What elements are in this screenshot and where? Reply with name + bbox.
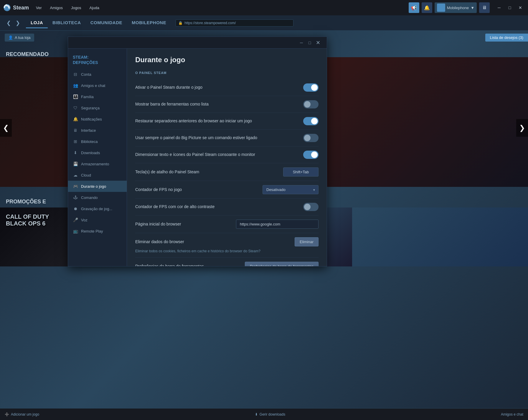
toggle-big-picture[interactable] [303,134,319,142]
row-preferencias-barra-label: Preferências da barra de ferramentas [135,263,245,266]
notification-button[interactable]: 🔔 [422,2,432,13]
dialog-maximize-button[interactable]: □ [306,39,314,47]
your-store-label: A tua loja [15,35,31,40]
promos-label: PROMOÇÕES E [6,199,46,205]
window-minimize-button[interactable]: ─ [494,3,504,12]
recording-icon: ⏺ [73,206,78,211]
section-label: O PAINEL STEAM [135,71,319,75]
steam-logo: Steam [3,4,29,12]
nav-arrows: ❮ ❯ [5,19,22,27]
dialog-minimize-button[interactable]: ─ [297,39,306,47]
sidebar-label-amigos: Amigos e chat [81,83,105,88]
menu-ver[interactable]: Ver [34,4,44,11]
preferencias-barra-button[interactable]: Preferências da barra de ferramentas [245,262,319,266]
sidebar-item-remote-play[interactable]: 📺 Remote Play [68,225,127,237]
window-controls: ─ □ ✕ [494,3,525,12]
sidebar-item-voz[interactable]: 🎤 Voz [68,214,127,225]
row-ativar-painel-label: Ativar o Painel Steam durante o jogo [135,85,303,90]
manage-downloads-label[interactable]: Gerir downloads [260,412,285,416]
downloads-icon: ⬇ [255,412,258,416]
sidebar-item-interface[interactable]: 🖥 Interface [68,125,127,136]
sidebar-item-durante-jogo[interactable]: 🎮 Durante o jogo [68,181,127,192]
wishlist-badge[interactable]: Lista de desejos (3) [485,34,528,42]
family-icon: 👨‍👩‍👧 [73,94,78,99]
dialog-body: STEAM: DEFINIÇÕES ⊟ Conta 👥 Amigos e cha… [68,49,327,266]
window-close-button[interactable]: ✕ [516,3,525,12]
toggle-dimensionar-slider[interactable] [303,151,319,159]
browser-homepage-input[interactable] [236,220,319,229]
hotkey-display[interactable]: Shift+Tab [283,167,319,177]
sidebar-item-gravacao[interactable]: ⏺ Gravação de jog... [68,203,127,214]
security-icon: 🛡 [73,105,78,111]
url-bar: 🔒 https://store.steampowered.com/ [176,19,293,27]
row-preferencias-barra: Preferências da barra de ferramentas Pre… [135,258,319,266]
toggle-fps-contraste-slider[interactable] [303,203,319,211]
toggle-mostrar-barra-slider[interactable] [303,100,319,108]
eliminar-dados-button[interactable]: Eliminar [295,237,319,246]
menu-jogos[interactable]: Jogos [69,4,83,11]
menu-amigos[interactable]: Amigos [48,4,65,11]
sidebar-label-seguranca: Segurança [81,106,100,110]
ingame-icon: 🎮 [73,184,78,189]
toggle-dimensionar[interactable] [303,151,319,159]
tab-loja[interactable]: LOJA [26,18,48,28]
user-menu-button[interactable]: Mobilephone ▼ [435,2,477,13]
title-bar-right: 📢 🔔 Mobilephone ▼ 🖥 ─ □ ✕ [409,2,525,13]
sidebar-item-armazenamento[interactable]: 💾 Armazenamento [68,158,127,169]
settings-dialog: ─ □ ✕ STEAM: DEFINIÇÕES ⊟ Conta 👥 Amigos… [68,37,327,266]
row-eliminar-dados: Eliminar dados do browser Eliminar Elimi… [135,233,319,258]
interface-icon: 🖥 [73,128,78,133]
carousel-next-button[interactable]: ❯ [516,119,528,137]
promo-card-3[interactable] [352,207,528,266]
fps-counter-dropdown-wrapper: Desativado Canto superior esquerdo Canto… [263,185,319,194]
title-bar-left: Steam Ver Amigos Jogos Ajuda [3,4,101,12]
row-restaurar: Restaurar separadores anteriores do brow… [135,113,319,130]
toggle-fps-contraste[interactable] [303,203,319,211]
toggle-mostrar-barra[interactable] [303,100,319,108]
settings-sidebar: STEAM: DEFINIÇÕES ⊟ Conta 👥 Amigos e cha… [68,49,127,266]
dialog-close-button[interactable]: ✕ [314,39,322,47]
fps-counter-dropdown[interactable]: Desativado Canto superior esquerdo Canto… [263,185,319,194]
toggle-restaurar-slider[interactable] [303,117,319,125]
minimize-to-tray-button[interactable]: 🖥 [479,2,490,13]
row-tecla-atalho-label: Tecla(s) de atalho do Painel Steam [135,169,283,175]
window-maximize-button[interactable]: □ [505,3,514,12]
chevron-down-icon: ▼ [471,6,474,10]
sidebar-item-comando[interactable]: 🕹 Comando [68,192,127,203]
broadcast-button[interactable]: 📢 [409,2,419,13]
toggle-ativar-painel[interactable] [303,83,319,92]
recommended-label: RECOMENDADO [6,51,49,57]
sidebar-item-amigos[interactable]: 👥 Amigos e chat [68,80,127,91]
sidebar-item-notificacoes[interactable]: 🔔 Notificações [68,113,127,125]
toggle-restaurar[interactable] [303,117,319,125]
settings-main-content: Durante o jogo O PAINEL STEAM Ativar o P… [127,49,327,266]
row-eliminar-dados-label: Eliminar dados do browser [135,239,295,245]
sidebar-label-downloads: Downloads [81,151,100,155]
your-store-button[interactable]: 👤 A tua loja [5,34,34,42]
toggle-ativar-painel-slider[interactable] [303,83,319,92]
sidebar-item-biblioteca[interactable]: ⊞ Biblioteca [68,136,127,147]
sidebar-item-familia[interactable]: 👨‍👩‍👧 Família [68,91,127,102]
sidebar-label-armazenamento: Armazenamento [81,162,109,166]
friends-label[interactable]: Amigos e chat [501,412,523,416]
toggle-big-picture-slider[interactable] [303,134,319,142]
tab-comunidade[interactable]: COMUNIDADE [86,18,127,28]
sidebar-item-conta[interactable]: ⊟ Conta [68,69,127,80]
sidebar-label-remote-play: Remote Play [81,229,103,233]
forward-button[interactable]: ❯ [14,19,22,27]
row-ativar-painel: Ativar o Painel Steam durante o jogo [135,79,319,96]
tab-biblioteca[interactable]: BIBLIOTECA [48,18,86,28]
dialog-titlebar: ─ □ ✕ [68,37,327,49]
sidebar-item-seguranca[interactable]: 🛡 Segurança [68,102,127,113]
page-title: Durante o jogo [135,56,319,64]
downloads-icon: ⬇ [73,150,78,155]
carousel-prev-button[interactable]: ❮ [0,119,12,137]
menu-ajuda[interactable]: Ajuda [88,4,101,11]
sidebar-item-cloud[interactable]: ☁ Cloud [68,169,127,181]
add-game-label[interactable]: Adicionar um jogo [11,412,39,416]
sidebar-item-downloads[interactable]: ⬇ Downloads [68,147,127,158]
status-bar: ➕ Adicionar um jogo ⬇ Gerir downloads Am… [0,408,528,420]
add-game-icon: ➕ [5,412,9,416]
back-button[interactable]: ❮ [5,19,13,27]
tab-mobilephone[interactable]: MOBILEPHONE [127,18,171,28]
